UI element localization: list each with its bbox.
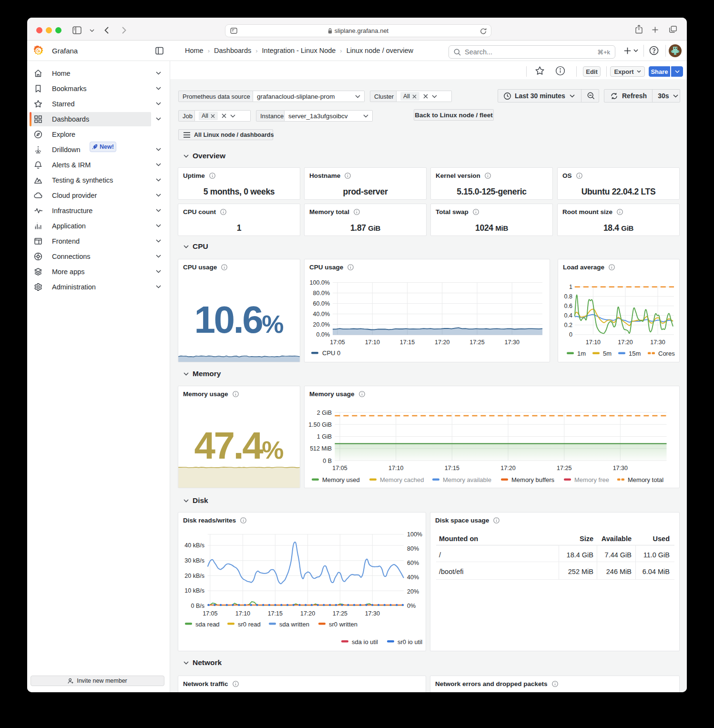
svg-text:sda read: sda read: [195, 621, 220, 628]
svg-text:20.0%: 20.0%: [313, 321, 330, 328]
svg-text:0.8: 0.8: [564, 293, 572, 300]
svg-text:40%: 40%: [407, 574, 419, 581]
svg-text:0.6: 0.6: [564, 303, 572, 309]
svg-text:sr0 read: sr0 read: [238, 621, 261, 628]
svg-text:1m: 1m: [577, 350, 586, 357]
svg-text:80.0%: 80.0%: [313, 290, 330, 297]
svg-text:CPU 0: CPU 0: [322, 349, 340, 357]
svg-text:1 GiB: 1 GiB: [317, 433, 332, 440]
svg-text:0.2: 0.2: [564, 322, 572, 328]
svg-text:17:30: 17:30: [650, 339, 665, 346]
svg-text:17:30: 17:30: [365, 610, 380, 617]
svg-text:17:15: 17:15: [268, 610, 283, 617]
svg-text:17:05: 17:05: [330, 339, 345, 346]
svg-text:Memory total: Memory total: [628, 476, 663, 483]
svg-text:Memory cached: Memory cached: [380, 476, 424, 483]
svg-text:17:15: 17:15: [445, 465, 459, 472]
svg-text:sda written: sda written: [279, 621, 309, 628]
svg-text:2 GiB: 2 GiB: [317, 410, 332, 416]
svg-text:17:10: 17:10: [235, 610, 250, 617]
svg-text:60.0%: 60.0%: [313, 300, 330, 307]
svg-text:17:25: 17:25: [557, 465, 571, 472]
svg-text:Memory free: Memory free: [574, 476, 609, 483]
svg-text:17:20: 17:20: [500, 465, 515, 472]
svg-text:1: 1: [569, 284, 572, 290]
svg-text:512 MiB: 512 MiB: [310, 445, 332, 452]
svg-text:sda io util: sda io util: [352, 638, 378, 646]
svg-text:17:10: 17:10: [365, 339, 380, 346]
svg-text:0 B: 0 B: [323, 458, 332, 464]
svg-text:20%: 20%: [407, 588, 419, 595]
svg-text:17:20: 17:20: [300, 610, 315, 617]
svg-text:17:30: 17:30: [505, 339, 520, 346]
svg-text:0.0%: 0.0%: [316, 331, 330, 338]
svg-text:17:20: 17:20: [618, 339, 632, 346]
svg-text:15m: 15m: [629, 350, 641, 357]
svg-text:17:05: 17:05: [332, 465, 347, 472]
svg-text:17:30: 17:30: [613, 465, 628, 472]
svg-text:Cores: Cores: [658, 350, 675, 357]
svg-text:0%: 0%: [407, 603, 416, 609]
svg-text:0.4: 0.4: [564, 312, 572, 319]
svg-text:60%: 60%: [407, 560, 419, 566]
svg-text:17:25: 17:25: [469, 339, 484, 346]
svg-text:0 B/s: 0 B/s: [191, 603, 205, 609]
svg-text:17:15: 17:15: [400, 339, 415, 346]
svg-text:17:25: 17:25: [333, 610, 347, 617]
svg-text:sr0 written: sr0 written: [329, 621, 357, 628]
svg-text:40.0%: 40.0%: [313, 311, 330, 318]
svg-text:40 kB/s: 40 kB/s: [184, 542, 204, 549]
svg-text:17:05: 17:05: [203, 610, 217, 617]
svg-text:0: 0: [569, 331, 572, 338]
svg-text:80%: 80%: [407, 545, 419, 552]
svg-text:Memory buffers: Memory buffers: [511, 476, 555, 483]
svg-text:Memory available: Memory available: [443, 476, 491, 483]
svg-text:Memory used: Memory used: [322, 476, 360, 483]
svg-text:30 kB/s: 30 kB/s: [184, 557, 204, 564]
svg-text:17:10: 17:10: [586, 339, 601, 346]
svg-text:sr0 io util: sr0 io util: [398, 638, 422, 646]
svg-text:10 kB/s: 10 kB/s: [184, 587, 204, 594]
svg-text:100%: 100%: [407, 531, 422, 538]
svg-text:100.0%: 100.0%: [310, 279, 330, 286]
svg-text:20 kB/s: 20 kB/s: [184, 573, 204, 579]
svg-text:17:20: 17:20: [435, 339, 449, 346]
svg-text:1.50 GiB: 1.50 GiB: [308, 421, 332, 428]
svg-text:17:10: 17:10: [388, 465, 403, 472]
svg-text:5m: 5m: [603, 350, 612, 357]
